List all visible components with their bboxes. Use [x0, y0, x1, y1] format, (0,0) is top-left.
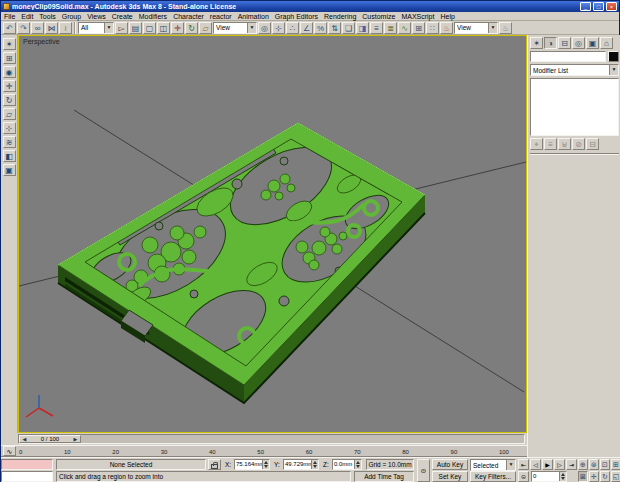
- menu-item[interactable]: Help: [437, 13, 457, 20]
- unlink-selection-icon[interactable]: ⋈: [45, 22, 58, 34]
- schematic-view-icon[interactable]: ⊞: [412, 22, 425, 34]
- render-scene-icon[interactable]: ♨: [440, 22, 453, 34]
- maximize-button[interactable]: □: [593, 2, 604, 11]
- left-toolbar-icon[interactable]: ▣: [3, 164, 16, 176]
- remove-modifier-button[interactable]: ⊘: [572, 138, 585, 150]
- spinner-icon[interactable]: [559, 472, 566, 481]
- key-filters-button[interactable]: Key Filters...: [470, 471, 516, 482]
- menu-item[interactable]: File: [1, 13, 18, 20]
- material-editor-icon[interactable]: ∷: [426, 22, 439, 34]
- add-time-tag-field[interactable]: Add Time Tag: [354, 471, 414, 482]
- left-toolbar-icon[interactable]: ▱: [3, 108, 16, 120]
- left-toolbar-icon[interactable]: ✶: [3, 38, 16, 50]
- menu-item[interactable]: reactor: [207, 13, 235, 20]
- pan-button[interactable]: ✛: [589, 471, 599, 482]
- key-filter-selection-dropdown[interactable]: Selected ▼: [470, 459, 516, 471]
- rectangular-selection-region-icon[interactable]: ▢: [143, 22, 156, 34]
- spinner-icon[interactable]: [354, 460, 361, 469]
- min-max-toggle-button[interactable]: ◱: [611, 471, 620, 482]
- make-unique-button[interactable]: ⊎: [558, 138, 571, 150]
- chevron-down-icon[interactable]: ▼: [104, 23, 113, 33]
- left-toolbar-icon[interactable]: ✛: [3, 80, 16, 92]
- chevron-down-icon[interactable]: ▼: [506, 460, 515, 470]
- modifier-stack-list[interactable]: [530, 78, 619, 136]
- key-mode-toggle[interactable]: ⊝: [518, 471, 529, 482]
- render-type-dropdown[interactable]: View ▼: [454, 22, 498, 34]
- select-and-manipulate-icon[interactable]: ⊹: [272, 22, 285, 34]
- menu-item[interactable]: MAXScript: [398, 13, 437, 20]
- use-pivot-point-icon[interactable]: ◎: [258, 22, 271, 34]
- quick-render-icon[interactable]: ♨: [499, 22, 512, 34]
- y-coordinate-field[interactable]: 49.729mm: [283, 459, 319, 470]
- go-to-start-button[interactable]: ⇤: [518, 459, 529, 470]
- viewport-canvas[interactable]: [19, 36, 526, 432]
- named-selection-sets-icon[interactable]: ❏: [342, 22, 355, 34]
- set-key-button[interactable]: Set Key: [432, 471, 468, 482]
- pin-stack-button[interactable]: ⌖: [530, 138, 543, 150]
- select-and-move-icon[interactable]: ✛: [171, 22, 184, 34]
- maxscript-mini-listener[interactable]: [1, 471, 53, 482]
- left-toolbar-icon[interactable]: ↻: [3, 94, 16, 106]
- menu-item[interactable]: Graph Editors: [272, 13, 321, 20]
- left-toolbar-icon[interactable]: ◧: [3, 150, 16, 162]
- previous-frame-button[interactable]: ◁: [530, 459, 541, 470]
- menu-item[interactable]: Character: [170, 13, 207, 20]
- next-frame-arrow-icon[interactable]: ▶: [71, 436, 80, 442]
- selection-lock-toggle[interactable]: [208, 459, 221, 470]
- window-crossing-icon[interactable]: ◫: [157, 22, 170, 34]
- menu-item[interactable]: Customize: [359, 13, 398, 20]
- select-object-icon[interactable]: ▻: [115, 22, 128, 34]
- chevron-down-icon[interactable]: ▼: [247, 23, 256, 33]
- curve-editor-icon[interactable]: ∿: [398, 22, 411, 34]
- menu-item[interactable]: Create: [109, 13, 136, 20]
- zoom-button[interactable]: ⊕: [578, 459, 588, 470]
- snaps-toggle-icon[interactable]: ∴: [286, 22, 299, 34]
- time-slider-track[interactable]: ◀ 0 / 100 ▶: [18, 434, 525, 444]
- x-coordinate-field[interactable]: 75.164mm: [234, 459, 270, 470]
- tab-create[interactable]: ✶: [530, 37, 543, 49]
- spinner-icon[interactable]: [262, 460, 269, 469]
- spinner-icon[interactable]: [311, 460, 318, 469]
- zoom-extents-all-button[interactable]: ⊞: [611, 459, 620, 470]
- show-end-result-button[interactable]: ≡: [544, 138, 557, 150]
- menu-item[interactable]: Rendering: [321, 13, 359, 20]
- menu-item[interactable]: Modifiers: [136, 13, 170, 20]
- title-bar[interactable]: moneyClip09Solid.max - Autodesk 3ds Max …: [1, 1, 619, 12]
- mini-curve-editor-button[interactable]: ∿: [3, 446, 16, 456]
- previous-frame-arrow-icon[interactable]: ◀: [20, 436, 29, 442]
- menu-item[interactable]: Group: [59, 13, 84, 20]
- left-toolbar-icon[interactable]: ≋: [3, 136, 16, 148]
- reference-coordinate-dropdown[interactable]: View ▼: [213, 22, 257, 34]
- current-frame-field[interactable]: 0: [531, 471, 567, 482]
- minimize-button[interactable]: _: [580, 2, 591, 11]
- modifier-list-dropdown[interactable]: Modifier List ▼: [530, 64, 619, 76]
- menu-item[interactable]: Animation: [235, 13, 272, 20]
- track-bar[interactable]: ∿ 0102030405060708090100: [1, 445, 527, 457]
- left-toolbar-icon[interactable]: ◉: [3, 66, 16, 78]
- object-name-field[interactable]: [530, 51, 606, 62]
- mirror-icon[interactable]: ◨: [356, 22, 369, 34]
- set-keys-button[interactable]: ⊙: [417, 459, 430, 482]
- chevron-down-icon[interactable]: ▼: [609, 65, 618, 75]
- menu-item[interactable]: Views: [84, 13, 109, 20]
- configure-modifier-sets-button[interactable]: ⊟: [586, 138, 599, 150]
- auto-key-button[interactable]: Auto Key: [432, 459, 468, 470]
- select-and-scale-icon[interactable]: ▱: [199, 22, 212, 34]
- macro-recorder-field[interactable]: [1, 459, 53, 470]
- go-to-end-button[interactable]: ⇥: [566, 459, 577, 470]
- bind-to-space-warp-icon[interactable]: ≀: [59, 22, 72, 34]
- redo-icon[interactable]: ↷: [17, 22, 30, 34]
- zoom-all-button[interactable]: ⊜: [589, 459, 599, 470]
- chevron-down-icon[interactable]: ▼: [488, 23, 497, 33]
- play-button[interactable]: ▶: [542, 459, 553, 470]
- select-and-rotate-icon[interactable]: ↻: [185, 22, 198, 34]
- z-coordinate-field[interactable]: 0.0mm: [332, 459, 362, 470]
- layer-manager-icon[interactable]: ≣: [384, 22, 397, 34]
- perspective-viewport[interactable]: Perspective: [18, 35, 527, 433]
- select-by-name-icon[interactable]: ▤: [129, 22, 142, 34]
- arc-rotate-button[interactable]: ↻: [600, 471, 610, 482]
- viewport-label[interactable]: Perspective: [23, 38, 60, 45]
- percent-snap-icon[interactable]: %: [314, 22, 327, 34]
- angle-snap-icon[interactable]: ∠: [300, 22, 313, 34]
- next-frame-button[interactable]: ▷: [554, 459, 565, 470]
